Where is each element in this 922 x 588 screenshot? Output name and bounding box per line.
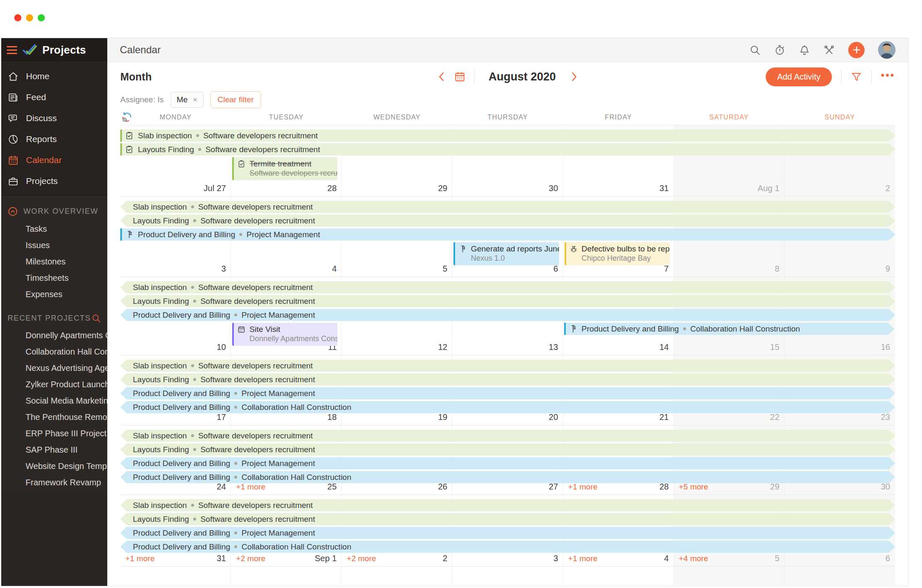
event-bar[interactable]: Product Delivery and BillingProject Mana… [120, 309, 895, 321]
sidebar-item-the-penthouse-remode[interactable]: The Penthouse Remode [1, 409, 107, 425]
event-bar[interactable]: Product Delivery and BillingCollaboratio… [120, 401, 895, 413]
more-events-link[interactable]: +4 more [679, 554, 708, 563]
sidebar-item-feed[interactable]: Feed [1, 87, 107, 108]
event-bar[interactable]: Product Delivery and BillingCollaboratio… [120, 471, 895, 483]
event-title: Layouts Finding [133, 375, 189, 384]
previous-month-button[interactable] [437, 71, 445, 82]
sidebar-item-erp-phase-iii-project[interactable]: ERP Phase III Project [1, 425, 107, 442]
event-bar[interactable]: Product Delivery and BillingCollaboratio… [564, 323, 894, 335]
sidebar-item-milestones[interactable]: Milestones [1, 254, 107, 270]
event-bar[interactable]: Slab inspectionSoftware developers recru… [120, 360, 895, 372]
project-search-icon[interactable] [91, 313, 101, 323]
event-bar[interactable]: Layouts FindingSoftware developers recru… [120, 513, 895, 525]
event-project: Software developers recruitment [198, 501, 313, 510]
filter-icon[interactable] [851, 71, 862, 83]
event-card[interactable]: Defective bulbs to be replacedChipco Her… [565, 242, 670, 265]
next-month-button[interactable] [570, 71, 578, 82]
more-events-link[interactable]: +1 more [236, 482, 265, 492]
event-card[interactable]: Site VisitDonnelly Apartments Constructi… [232, 323, 337, 346]
chip-value: Me [177, 95, 188, 104]
sidebar-item-nexus-advertising-agen[interactable]: Nexus Advertising Agen [1, 360, 107, 376]
day-cell[interactable] [674, 567, 785, 585]
day-cell[interactable] [342, 567, 452, 585]
event-project: Software developers recruitment [198, 431, 313, 440]
event-bar[interactable]: Slab inspectionSoftware developers recru… [120, 201, 895, 213]
milestone-icon [569, 324, 578, 333]
calendar-toolbar: Month August 2020 [120, 62, 895, 91]
event-bar[interactable]: Product Delivery and BillingProject Mana… [120, 387, 895, 399]
section-header[interactable]: WORK OVERVIEW [1, 202, 107, 221]
date-label: 22 [674, 412, 785, 422]
event-bar[interactable]: Product Delivery and BillingProject Mana… [120, 228, 895, 241]
more-events-link[interactable]: +5 more [679, 482, 708, 492]
more-events-link[interactable]: +2 more [347, 554, 376, 563]
event-title: Slab inspection [138, 131, 192, 140]
tools-icon[interactable] [824, 44, 835, 56]
sidebar-item-reports[interactable]: Reports [1, 129, 107, 150]
sidebar-item-donnelly-apartments-co[interactable]: Donnelly Apartments Co [1, 327, 107, 344]
day-cell[interactable] [120, 567, 231, 585]
sidebar-item-collaboration-hall-cons[interactable]: Collaboration Hall Cons [1, 344, 107, 360]
sidebar-item-issues[interactable]: Issues [1, 237, 107, 254]
add-activity-button[interactable]: Add Activity [766, 67, 831, 86]
more-events-link[interactable]: +1 more [568, 482, 598, 492]
event-card[interactable]: Termite treatmentSoftware developers rec… [232, 157, 337, 180]
event-bar[interactable]: Product Delivery and BillingProject Mana… [120, 527, 895, 539]
event-card[interactable]: Generate ad reports June 2020Nexus 1.0 [453, 242, 559, 265]
sidebar-item-framework-revamp[interactable]: Framework Revamp [1, 474, 107, 491]
window-close-button[interactable] [14, 14, 21, 21]
sidebar-item-zylker-product-launch[interactable]: Zylker Product Launch [1, 376, 107, 393]
date-label: 21 [563, 412, 674, 422]
event-bar[interactable]: Product Delivery and BillingCollaboratio… [120, 541, 895, 553]
event-bar[interactable]: Slab inspectionSoftware developers recru… [120, 281, 895, 293]
more-events-link[interactable]: +2 more [236, 554, 265, 563]
more-options-button[interactable]: ••• [881, 70, 895, 83]
event-bar[interactable]: Layouts FindingSoftware developers recru… [120, 295, 895, 307]
sidebar-item-discuss[interactable]: Discuss [1, 108, 107, 129]
clear-filter-button[interactable]: Clear filter [210, 91, 261, 108]
hamburger-menu-icon[interactable] [7, 46, 17, 54]
sync-settings-icon[interactable] [121, 111, 132, 123]
event-bar[interactable]: Layouts FindingSoftware developers recru… [120, 215, 895, 227]
remove-chip-icon[interactable]: × [193, 95, 197, 104]
sidebar-item-expenses[interactable]: Expenses [1, 286, 107, 303]
window-minimize-button[interactable] [26, 14, 33, 21]
sidebar-item-tasks[interactable]: Tasks [1, 221, 107, 237]
bell-icon[interactable] [799, 44, 810, 56]
task-icon [125, 145, 134, 154]
sidebar-item-calendar[interactable]: Calendar [1, 150, 107, 171]
event-bar[interactable]: Slab inspectionSoftware developers recru… [120, 499, 895, 511]
event-project: Project Management [241, 459, 315, 468]
day-cell[interactable] [231, 567, 342, 585]
window-zoom-button[interactable] [38, 14, 45, 21]
date-picker-icon[interactable] [454, 71, 466, 83]
sidebar-item-social-media-marketing[interactable]: Social Media Marketing [1, 393, 107, 409]
more-events-link[interactable]: +1 more [125, 554, 155, 563]
collapse-section-icon[interactable] [8, 206, 18, 217]
day-cell[interactable] [563, 567, 674, 585]
date-label: 7 [563, 264, 674, 274]
sidebar-item-timesheets[interactable]: Timesheets [1, 270, 107, 286]
sidebar-item-sap-phase-iii[interactable]: SAP Phase III [1, 442, 107, 458]
avatar[interactable] [878, 41, 896, 59]
sidebar-item-website-design-templa[interactable]: Website Design Templa [1, 458, 107, 474]
section-header[interactable]: RECENT PROJECTS [1, 309, 107, 327]
event-bar[interactable]: Slab inspectionSoftware developers recru… [120, 430, 895, 442]
more-events-link[interactable]: +1 more [568, 554, 598, 563]
timer-icon[interactable] [774, 44, 785, 56]
calendar-week-row: Slab inspectionSoftware developers recru… [120, 125, 895, 196]
event-bar[interactable]: Layouts FindingSoftware developers recru… [120, 143, 895, 155]
search-icon[interactable] [749, 44, 761, 56]
event-bar[interactable]: Product Delivery and BillingProject Mana… [120, 457, 895, 469]
event-bar[interactable]: Slab inspectionSoftware developers recru… [120, 130, 895, 142]
day-cell[interactable] [785, 567, 895, 585]
global-add-button[interactable] [848, 42, 865, 58]
event-bar[interactable]: Layouts FindingSoftware developers recru… [120, 443, 895, 456]
sidebar-item-projects[interactable]: Projects [1, 171, 107, 192]
assignee-filter-chip[interactable]: Me × [171, 92, 204, 108]
event-bar[interactable]: Layouts FindingSoftware developers recru… [120, 373, 895, 386]
sidebar-item-home[interactable]: Home [1, 66, 107, 87]
section-title: WORK OVERVIEW [23, 207, 98, 216]
separator-dot [198, 148, 201, 151]
day-cell[interactable] [452, 567, 563, 585]
